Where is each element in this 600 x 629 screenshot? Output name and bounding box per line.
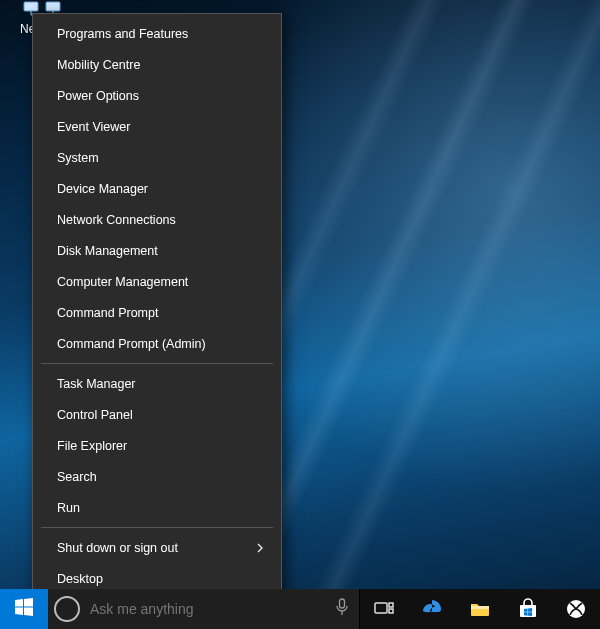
winx-item-disk-management[interactable]: Disk Management (33, 235, 281, 266)
svg-rect-11 (520, 605, 536, 617)
winx-item-file-explorer[interactable]: File Explorer (33, 430, 281, 461)
xbox-icon (565, 598, 587, 620)
winx-item-network-connections[interactable]: Network Connections (33, 204, 281, 235)
svg-marker-12 (524, 608, 528, 611)
winx-item-system[interactable]: System (33, 142, 281, 173)
winx-item-computer-management[interactable]: Computer Management (33, 266, 281, 297)
search-box[interactable] (48, 589, 359, 629)
svg-marker-2 (15, 599, 23, 607)
svg-marker-15 (528, 612, 532, 616)
taskbar-pinned (360, 589, 600, 629)
microphone-icon[interactable] (335, 598, 349, 620)
winx-item-shutdown[interactable]: Shut down or sign out (33, 532, 281, 563)
svg-rect-8 (389, 603, 393, 607)
chevron-right-icon (255, 543, 265, 553)
store-button[interactable] (504, 589, 552, 629)
cortana-icon (54, 596, 80, 622)
winx-menu: Programs and Features Mobility Centre Po… (32, 13, 282, 599)
svg-rect-9 (389, 609, 393, 613)
winx-item-control-panel[interactable]: Control Panel (33, 399, 281, 430)
winx-item-search[interactable]: Search (33, 461, 281, 492)
winx-item-programs-and-features[interactable]: Programs and Features (33, 18, 281, 49)
svg-rect-1 (46, 2, 60, 11)
windows-logo-icon (15, 598, 33, 620)
svg-rect-6 (340, 599, 345, 608)
winx-item-command-prompt-admin[interactable]: Command Prompt (Admin) (33, 328, 281, 359)
svg-marker-14 (524, 612, 528, 615)
xbox-button[interactable] (552, 589, 600, 629)
svg-marker-5 (24, 608, 33, 617)
svg-rect-0 (24, 2, 38, 11)
winx-item-run[interactable]: Run (33, 492, 281, 523)
search-input[interactable] (88, 600, 327, 618)
store-icon (517, 598, 539, 620)
winx-item-mobility-centre[interactable]: Mobility Centre (33, 49, 281, 80)
winx-item-event-viewer[interactable]: Event Viewer (33, 111, 281, 142)
edge-button[interactable] (408, 589, 456, 629)
winx-item-device-manager[interactable]: Device Manager (33, 173, 281, 204)
menu-separator (41, 363, 273, 364)
svg-rect-10 (471, 606, 489, 609)
desktop-wallpaper[interactable]: Network Programs and Features Mobility C… (0, 0, 600, 629)
taskbar (0, 589, 600, 629)
winx-item-task-manager[interactable]: Task Manager (33, 368, 281, 399)
edge-icon (421, 598, 443, 620)
start-button[interactable] (0, 589, 48, 629)
svg-marker-13 (528, 608, 532, 612)
winx-item-power-options[interactable]: Power Options (33, 80, 281, 111)
task-view-icon (373, 598, 395, 620)
svg-marker-4 (15, 608, 23, 616)
winx-item-command-prompt[interactable]: Command Prompt (33, 297, 281, 328)
svg-rect-7 (375, 603, 387, 613)
menu-separator (41, 527, 273, 528)
file-explorer-button[interactable] (456, 589, 504, 629)
task-view-button[interactable] (360, 589, 408, 629)
file-explorer-icon (469, 598, 491, 620)
svg-marker-3 (24, 598, 33, 607)
